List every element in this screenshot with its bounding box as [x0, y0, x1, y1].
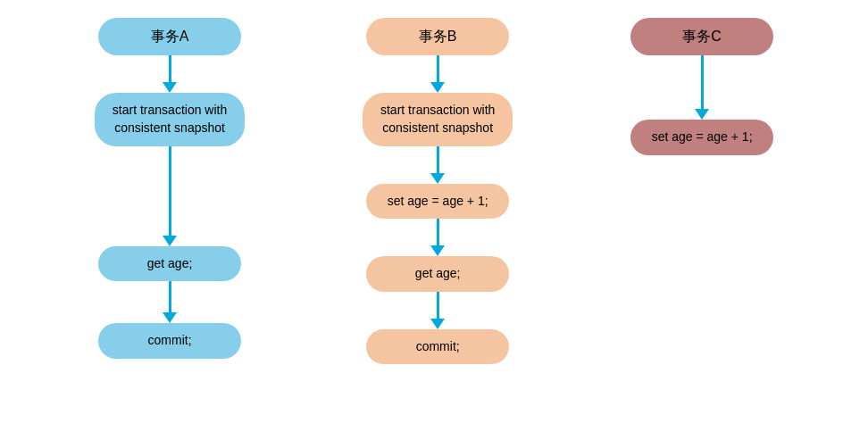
node-b-get-age: get age; [366, 256, 509, 292]
node-a-start: start transaction withconsistent snapsho… [95, 93, 245, 145]
arrow-a-3 [163, 281, 177, 323]
arrow-b-1 [430, 55, 445, 93]
arrow-head [430, 319, 445, 329]
node-b-commit: commit; [366, 329, 509, 365]
transaction-column-c: 事务C set age = age + 1; [630, 18, 773, 155]
transaction-column-b: 事务B start transaction withconsistent sna… [363, 18, 513, 364]
header-b: 事务B [366, 18, 509, 55]
arrow-head [163, 312, 177, 323]
node-b-set-age: set age = age + 1; [366, 184, 509, 220]
diagram-container: 事务A start transaction withconsistent sna… [0, 0, 868, 448]
arrow-b-4 [430, 292, 445, 329]
transaction-column-a: 事务A start transaction withconsistent sna… [95, 18, 245, 359]
header-a: 事务A [98, 18, 241, 55]
arrow-line [437, 292, 439, 319]
arrow-head [163, 82, 177, 93]
node-b-start: start transaction withconsistent snapsho… [363, 93, 513, 145]
arrow-head [430, 82, 445, 93]
arrow-line [169, 55, 171, 82]
arrow-a-1 [163, 55, 177, 93]
arrow-line [169, 281, 171, 312]
node-a-get-age: get age; [98, 246, 241, 282]
header-c: 事务C [630, 18, 773, 55]
arrow-line [437, 146, 439, 173]
arrow-b-3 [430, 219, 445, 256]
arrow-head [430, 173, 445, 184]
arrow-c-1 [695, 55, 709, 120]
arrow-head [430, 245, 445, 256]
arrow-line [169, 146, 171, 236]
arrow-b-2 [430, 146, 445, 184]
arrow-line [437, 219, 439, 245]
arrow-a-2 [163, 146, 177, 246]
arrow-line [701, 55, 704, 109]
node-c-set-age: set age = age + 1; [630, 120, 773, 155]
arrow-head [163, 236, 177, 246]
arrow-line [437, 55, 439, 82]
arrow-head [695, 109, 709, 120]
node-a-commit: commit; [98, 323, 241, 359]
